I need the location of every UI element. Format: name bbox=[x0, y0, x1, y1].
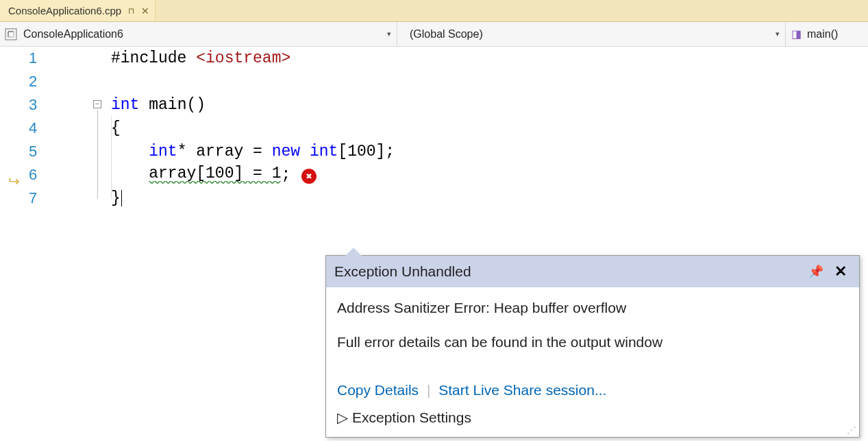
tab-filename: ConsoleApplication6.cpp bbox=[8, 5, 121, 16]
line-number: 1 bbox=[29, 49, 37, 67]
code-line: array[100] = 1;✖ bbox=[111, 163, 868, 187]
copy-details-link[interactable]: Copy Details bbox=[337, 382, 419, 398]
code-keyword: new bbox=[272, 143, 300, 160]
fold-toggle-icon[interactable]: − bbox=[93, 100, 101, 108]
popup-error-title: Address Sanitizer Error: Heap buffer ove… bbox=[337, 300, 848, 316]
code-line: } bbox=[111, 187, 868, 210]
line-number: 2 bbox=[29, 73, 37, 91]
popup-body: Address Sanitizer Error: Heap buffer ove… bbox=[326, 287, 859, 382]
navbar: ConsoleApplication6 ▾ (Global Scope) ▾ ◨… bbox=[0, 22, 868, 47]
code-brace: { bbox=[111, 119, 121, 137]
chevron-down-icon[interactable]: ▾ bbox=[770, 29, 785, 38]
svg-rect-0 bbox=[5, 29, 16, 40]
code-text bbox=[111, 143, 149, 160]
popup-error-detail: Full error details can be found in the o… bbox=[337, 334, 848, 350]
line-number: 3 bbox=[29, 96, 37, 114]
line-number: 6 bbox=[29, 166, 37, 184]
cube-icon: ◨ bbox=[791, 27, 802, 40]
separator: | bbox=[427, 382, 430, 398]
exception-settings-label: Exception Settings bbox=[352, 409, 471, 426]
tab-bar: ConsoleApplication6.cpp ⊓ ✕ bbox=[0, 0, 868, 22]
outline-line bbox=[97, 110, 98, 199]
line-number: 4 bbox=[29, 119, 37, 137]
popup-header: Exception Unhandled 📌 ✕ bbox=[326, 256, 859, 287]
code-line: { bbox=[111, 117, 868, 140]
code-include: <iostream> bbox=[196, 49, 290, 67]
close-icon[interactable]: ✕ bbox=[141, 5, 149, 16]
pin-icon[interactable]: 📌 bbox=[802, 264, 830, 279]
resize-grip-icon[interactable]: ⋰ bbox=[847, 425, 856, 436]
nav-scope-text: (Global Scope) bbox=[410, 28, 483, 40]
line-number-gutter: 1 2 3 4 5 6 7 bbox=[29, 47, 84, 441]
exception-settings-toggle[interactable]: ▷ Exception Settings bbox=[326, 404, 859, 437]
nav-project-name: ConsoleApplication6 bbox=[23, 28, 123, 40]
line-number: 5 bbox=[29, 143, 37, 160]
line-number: 7 bbox=[29, 189, 37, 207]
outline-gutter: − bbox=[84, 47, 111, 441]
breakpoint-gutter[interactable]: ↪ bbox=[0, 47, 29, 441]
code-text bbox=[300, 143, 310, 160]
code-keyword: int bbox=[149, 143, 177, 160]
nav-scope-dropdown[interactable]: (Global Scope) ▾ bbox=[397, 22, 786, 46]
code-text: main() bbox=[139, 96, 206, 114]
triangle-right-icon: ▷ bbox=[337, 409, 348, 426]
code-keyword: int bbox=[111, 96, 139, 114]
tab-file[interactable]: ConsoleApplication6.cpp ⊓ ✕ bbox=[0, 0, 156, 21]
execution-pointer-icon: ↪ bbox=[8, 173, 20, 189]
exception-popup: Exception Unhandled 📌 ✕ Address Sanitize… bbox=[325, 255, 860, 438]
code-text bbox=[111, 166, 149, 184]
text-caret bbox=[121, 190, 122, 206]
pin-icon[interactable]: ⊓ bbox=[128, 6, 134, 16]
nav-project-dropdown[interactable]: ConsoleApplication6 ▾ bbox=[0, 22, 397, 46]
code-warning-span: array[100] = 1 bbox=[149, 165, 281, 185]
code-line: int main() bbox=[111, 93, 868, 117]
code-text: ; bbox=[281, 166, 290, 184]
popup-title: Exception Unhandled bbox=[334, 263, 471, 280]
code-line: int* array = new int[100]; bbox=[111, 140, 868, 163]
popup-arrow-icon bbox=[345, 248, 362, 256]
nav-function-dropdown[interactable]: ◨ main() bbox=[786, 22, 868, 46]
project-icon bbox=[4, 27, 18, 41]
code-line bbox=[111, 70, 868, 93]
popup-links: Copy Details | Start Live Share session.… bbox=[326, 382, 859, 404]
code-text: * array = bbox=[177, 143, 272, 160]
error-badge-icon[interactable]: ✖ bbox=[301, 169, 317, 184]
chevron-down-icon[interactable]: ▾ bbox=[382, 29, 397, 38]
indent-guide bbox=[111, 117, 112, 199]
code-text: [100]; bbox=[338, 143, 395, 160]
code-brace: } bbox=[111, 189, 121, 207]
live-share-link[interactable]: Start Live Share session... bbox=[438, 382, 606, 398]
code-text: #include bbox=[111, 49, 196, 67]
close-icon[interactable]: ✕ bbox=[830, 263, 851, 281]
code-line: #include <iostream> bbox=[111, 47, 868, 70]
nav-function-text: main() bbox=[807, 28, 838, 40]
editor: ↪ 1 2 3 4 5 6 7 − #include <iostream> in… bbox=[0, 47, 868, 441]
code-keyword: int bbox=[310, 143, 338, 160]
